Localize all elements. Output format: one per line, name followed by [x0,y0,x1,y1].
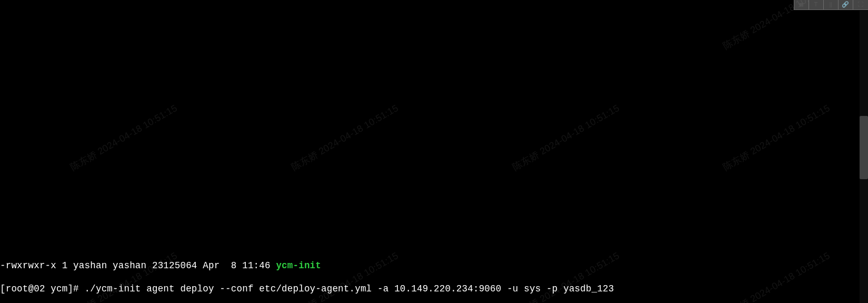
fullscreen-icon[interactable]: ⛶ [853,0,868,9]
watermark: 陈东娇 2024-04-18 10:51:15 [511,102,622,173]
watermark: 陈东娇 2024-04-18 10:51:15 [290,102,401,173]
typed-command: ./ycm-init agent deploy --conf etc/deplo… [85,284,614,294]
link-icon[interactable]: 🔗 [839,0,853,9]
grid-icon[interactable]: ▦ [794,0,809,9]
file-perms: -rwxrwxr-x 1 yashan yashan 23125064 Apr … [0,260,276,271]
ls-output-line: -rwxrwxr-x 1 yashan yashan 23125064 Apr … [0,260,868,271]
executable-name: ycm-init [276,260,321,271]
scrollbar-thumb[interactable] [860,116,868,179]
command-line: [root@02 ycm]# ./ycm-init agent deploy -… [0,283,868,295]
scrollbar-track[interactable] [860,11,868,303]
text-icon[interactable]: Ꭲ [809,0,824,9]
shell-prompt: [root@02 ycm]# [0,284,85,294]
pause-icon[interactable]: ‖ [824,0,839,9]
terminal-output[interactable]: -rwxrwxr-x 1 yashan yashan 23125064 Apr … [0,248,868,303]
window-toolbar: ▦ Ꭲ ‖ 🔗 ⛶ [794,0,868,10]
watermark: 陈东娇 2024-04-18 10:51:15 [721,102,832,173]
watermark: 陈东娇 2024-04-18 10:51:15 [68,102,179,173]
